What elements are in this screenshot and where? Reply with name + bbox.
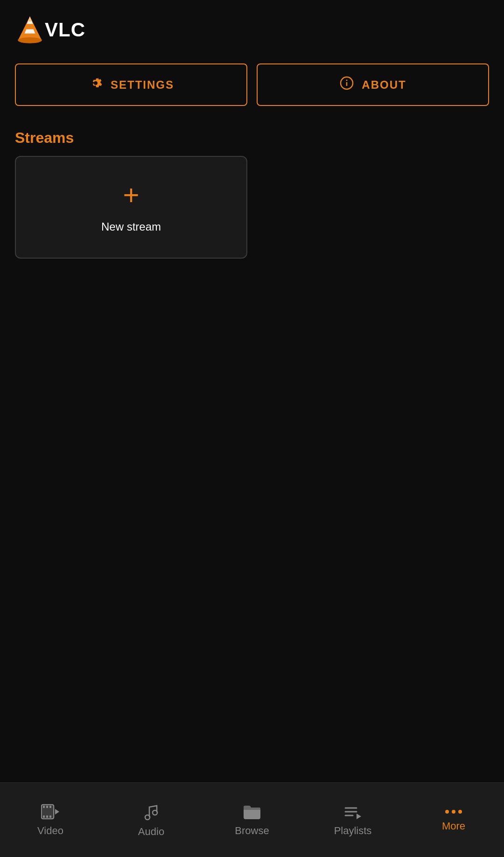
nav-more-label: More: [442, 820, 465, 832]
svg-rect-12: [49, 806, 51, 808]
header: VLC: [0, 0, 504, 54]
svg-rect-11: [46, 806, 48, 808]
svg-rect-10: [43, 806, 45, 808]
main-content: Streams + New stream: [0, 115, 504, 857]
svg-marker-22: [357, 814, 361, 819]
bottom-nav: Video Audio Browse: [0, 782, 504, 857]
svg-point-18: [153, 810, 157, 815]
svg-point-25: [458, 810, 462, 814]
app-title: VLC: [45, 19, 85, 41]
settings-icon: [88, 76, 103, 94]
settings-button[interactable]: SETTINGS: [15, 63, 247, 106]
svg-point-3: [18, 37, 42, 43]
info-icon: [339, 76, 354, 94]
nav-item-playlists[interactable]: Playlists: [302, 783, 403, 857]
audio-icon: [143, 802, 160, 821]
svg-rect-13: [43, 815, 45, 818]
nav-item-browse[interactable]: Browse: [202, 783, 302, 857]
nav-playlists-label: Playlists: [334, 825, 372, 837]
settings-label: SETTINGS: [111, 78, 174, 91]
about-button[interactable]: ABOUT: [257, 63, 489, 106]
svg-point-24: [452, 810, 455, 814]
more-icon: [444, 808, 463, 815]
video-icon: [41, 803, 60, 820]
playlists-icon: [343, 803, 362, 820]
svg-point-7: [346, 80, 348, 81]
nav-item-more[interactable]: More: [403, 783, 504, 857]
about-label: ABOUT: [362, 78, 406, 91]
nav-browse-label: Browse: [235, 825, 269, 837]
action-buttons-row: SETTINGS ABOUT: [0, 54, 504, 115]
nav-item-audio[interactable]: Audio: [101, 783, 202, 857]
browse-icon: [243, 803, 261, 820]
svg-point-17: [145, 815, 150, 820]
streams-grid: + New stream: [0, 156, 504, 259]
svg-rect-15: [49, 815, 51, 818]
svg-marker-2: [24, 29, 35, 34]
nav-video-label: Video: [37, 825, 63, 837]
vlc-logo-icon: [15, 15, 45, 45]
nav-item-video[interactable]: Video: [0, 783, 101, 857]
new-stream-card[interactable]: + New stream: [15, 156, 247, 259]
nav-audio-label: Audio: [138, 826, 164, 838]
streams-section-title: Streams: [0, 115, 504, 156]
svg-point-23: [445, 810, 449, 814]
svg-marker-16: [55, 809, 59, 815]
svg-rect-14: [46, 815, 48, 818]
plus-icon: +: [123, 181, 139, 209]
new-stream-label: New stream: [101, 220, 161, 233]
